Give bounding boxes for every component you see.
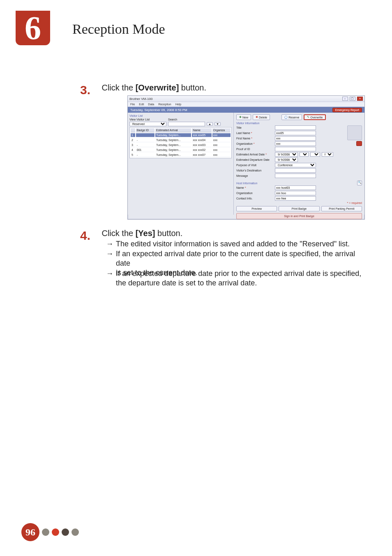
menu-help[interactable]: Help [175,103,181,106]
table-cell: 5 [131,153,135,157]
sign-in-print-button[interactable]: Sign in and Print Badge [236,213,362,219]
host-org-field[interactable] [275,191,316,195]
table-cell: 4 [131,148,135,152]
text: button. [179,83,206,92]
lastname-field[interactable] [275,131,316,135]
table-row[interactable]: 1Tuesday, Septem...xxx xxx05xxx [131,133,231,137]
table-cell: xxx xxx05 [192,133,211,137]
step-3: 3. Click the [Overwrite] button. [80,83,206,97]
camera-icon[interactable] [356,141,362,146]
proof-label: Proof of ID [236,148,273,151]
table-row[interactable]: 5-Tuesday, Septem...xxx xxx07xxx [131,153,231,157]
arrow-icon: → [106,239,116,249]
app-window: Brother VM-100 – ▢ × File Edit Data Rece… [127,95,365,220]
chapter-title: Reception Mode [72,21,165,37]
delete-button[interactable]: ✖Delete [253,114,270,120]
avatar [347,125,362,140]
table-cell: xxx [212,133,231,137]
table-cell: xxx [212,143,231,147]
arrow-icon: → [106,269,116,278]
chapter-number-tab: 6 [16,11,50,45]
table-cell: - [136,143,154,147]
arrival-hour-select[interactable]: 8 [300,152,309,157]
col-org: Organiza [212,128,231,132]
left-pane: Visitor List View Visitor List Search Re… [128,113,234,215]
proof-field[interactable] [275,147,316,151]
arrival-date-select[interactable]: 9/ 9/2008 [275,152,298,157]
arrival-label: Estimated Arrival Date * [236,153,273,156]
menu-file[interactable]: File [130,103,135,106]
table-cell: - [136,153,154,157]
table-cell: xxx [212,153,231,157]
title-label: Title [236,126,273,129]
purpose-select[interactable]: Conference [275,163,316,167]
result-3: →If an expected departure date prior to … [106,269,367,288]
view-list-select[interactable]: Reserved [129,122,166,126]
search-label: Search [168,118,184,121]
reserve-button[interactable]: ◯Reserve [281,114,302,120]
org-field[interactable] [275,141,316,146]
message-field[interactable] [275,174,316,178]
footer-buttons: Preview Print Badge Print Parking Permit [236,206,362,211]
footer-dot [62,528,69,536]
text: Click the [101,83,135,92]
col-badge: Badge ID [136,128,154,132]
table-row[interactable]: 3-Tuesday, Septem...xxx xxx03xxx [131,143,231,147]
menu-data[interactable]: Data [148,103,154,106]
right-pane: ✚New ✖Delete ◯Reserve ✎Overwrite Visitor… [234,113,364,215]
departure-date-select[interactable]: 9/ 9/2008 [275,158,298,162]
org-label: Organization * [236,142,273,145]
table-row[interactable]: 2-Tuesday, Septem...xxx xxx04xxx [131,138,231,142]
title-field[interactable] [275,125,316,130]
purpose-label: Purpose of Visit [236,164,273,167]
bold: [Yes] [136,229,155,238]
sort-up-button[interactable]: ▲ [207,122,213,126]
firstname-label: First Name * [236,137,273,140]
footer-dot [52,528,59,536]
maximize-button[interactable]: ▢ [350,97,355,101]
table-cell: 2 [131,138,135,142]
table-cell [136,133,154,137]
menu-bar: File Edit Data Reception Help [128,102,364,107]
preview-button[interactable]: Preview [236,206,277,211]
emergency-report-button[interactable]: Emergency Report [332,108,362,112]
view-list-controls: Reserved ▲ ▼ [129,122,232,126]
result-1: →The edited visitor information is saved… [106,239,367,249]
host-name-field[interactable] [275,185,316,190]
text: button. [155,229,183,238]
date-status-bar: Tuesday, September 09, 2008 8:53 PM Emer… [128,107,364,113]
close-button[interactable]: × [357,97,363,101]
toolbar: ✚New ✖Delete ◯Reserve ✎Overwrite [236,114,362,120]
menu-reception[interactable]: Reception [158,103,171,106]
new-button[interactable]: ✚New [236,114,251,120]
table-cell: xxx xxx04 [192,138,211,142]
host-contact-field[interactable] [275,196,316,201]
dest-field[interactable] [275,168,316,173]
table-cell: xxx xxx07 [192,153,211,157]
view-list-label: View Visitor List [129,118,166,121]
print-badge-button[interactable]: Print Badge [279,206,319,211]
table-cell: 3 [131,143,135,147]
step-3-text: Click the [Overwrite] button. [101,83,206,93]
print-permit-button[interactable]: Print Parking Permit [321,206,362,211]
firstname-field[interactable] [275,136,316,141]
host-name-label: Name * [236,186,273,189]
menu-edit[interactable]: Edit [139,103,144,106]
lastname-label: Last Name * [236,132,273,134]
arrival-ampm-select[interactable]: PM [322,152,333,157]
search-host-icon[interactable]: 🔍 [357,181,362,185]
table-cell: Tuesday, Septem... [155,143,191,147]
search-input[interactable] [168,122,205,126]
text: Click the [101,229,135,238]
table-cell: xxx xxx02 [192,148,211,152]
visitor-info-heading: Visitor Information [236,122,362,125]
col-blank [131,128,135,132]
arrival-min-select[interactable]: 00 [310,152,320,157]
overwrite-button[interactable]: ✎Overwrite [304,114,326,120]
page-footer: 96 [21,523,79,541]
minimize-button[interactable]: – [342,97,348,101]
table-row[interactable]: 4001Tuesday, Septem...xxx xxx02xxx [131,148,231,152]
window-controls: – ▢ × [341,97,363,101]
sort-down-button[interactable]: ▼ [214,122,221,126]
host-info-heading: Host Information [236,182,257,185]
